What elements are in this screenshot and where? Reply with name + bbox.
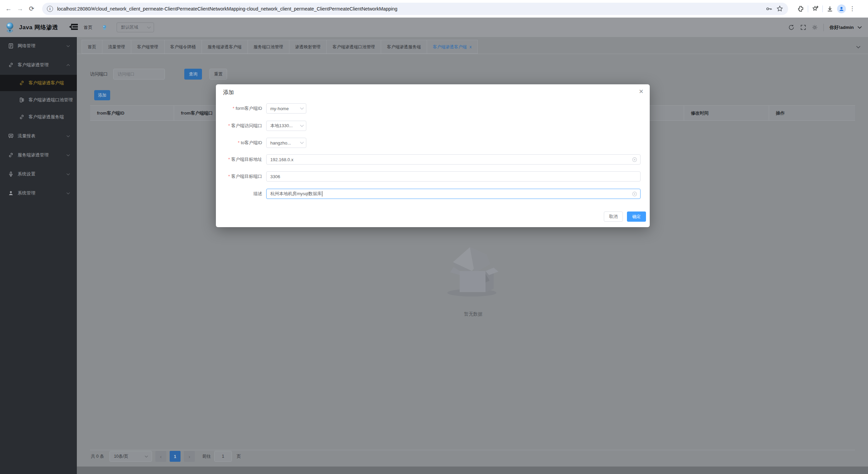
form-row-to-client: to客户端ID hangzho... [216,138,650,148]
chevron-down-icon [300,107,304,110]
target-address-input[interactable]: 192.168.0.x [266,154,641,165]
document-icon [8,43,14,49]
url-text[interactable]: localhost:28080/#/cloud_network_client_p… [57,6,763,12]
link-icon [8,62,14,68]
tabbar-chevron-down-icon[interactable] [856,44,861,50]
link-icon [19,114,24,120]
chevron-up-icon [66,64,70,66]
sidebar-item-server-permeate-mgmt[interactable]: 服务端渗透管理 [0,146,77,164]
add-button[interactable]: 添加 [94,90,110,100]
search-button[interactable]: 查询 [184,69,202,80]
region-select-value: 默认区域 [121,24,147,30]
column-modified-time: 修改时间 [684,105,769,121]
confirm-button[interactable]: 确定 [627,211,646,222]
pagination-total: 共 0 条 [91,454,104,459]
link-icon [8,152,14,158]
clear-input-icon[interactable] [632,157,637,163]
form-row-target-port: 客户端目标端口 3306 [216,171,650,182]
client-access-port-select[interactable]: 本地1330... [266,121,306,131]
sidebar-item-client-permeate-portpool[interactable]: 客户端渗透端口池管理 [0,92,77,108]
site-info-icon[interactable]: i [47,6,53,12]
sidebar-item-system-settings[interactable]: 系统设置 [0,165,77,183]
downloads-icon[interactable] [826,5,834,13]
sidebar-item-client-permeate-server[interactable]: 客户端渗透服务端 [0,109,77,125]
password-key-icon[interactable] [765,5,773,13]
description-input[interactable]: 杭州本地机房mysql数据库 [266,189,641,199]
theme-sun-icon[interactable] [812,24,818,30]
pagination-goto-input[interactable] [214,451,232,462]
field-label: 客户端目标端口 [216,173,266,180]
pagination-next-button[interactable]: › [184,451,195,462]
tab-client-permeate-server[interactable]: 客户端渗透服务端 [381,40,427,54]
tab-client-token-bucket[interactable]: 客户端令牌桶 [165,40,202,54]
browser-forward-icon[interactable]: → [14,3,26,15]
browser-reload-icon[interactable]: ⟳ [26,3,37,15]
address-bar[interactable]: i localhost:28080/#/cloud_network_client… [42,3,788,15]
sidebar-item-network-mgmt[interactable]: 网络管理 [0,37,77,55]
extensions-puzzle-icon[interactable] [797,5,804,13]
add-dialog: 添加 ✕ form客户端ID my-home 客户端访问端口 本地1330...… [216,84,650,227]
sidebar-item-traffic-report[interactable]: 流量报表 [0,127,77,145]
tab-home[interactable]: 首页 [82,40,102,54]
sidebar: 网络管理 客户端渗透管理 客户端渗透客户端 客户端渗透端口池管理 客户端渗透服务… [0,37,77,474]
filter-bar: 访问端口 查询 重置 [90,69,227,80]
chevron-down-icon [300,141,304,144]
browser-menu-kebab-icon[interactable]: ⋮ [849,5,855,12]
tab-traffic-mgmt[interactable]: 流量管理 [102,40,131,54]
sidebar-item-client-permeate-client[interactable]: 客户端渗透客户端 [0,75,77,91]
breadcrumb-home[interactable]: 首页 [84,24,92,31]
fullscreen-icon[interactable] [800,24,806,30]
tab-server-portpool-mgmt[interactable]: 服务端口池管理 [248,40,290,54]
form-row-description: 描述 杭州本地机房mysql数据库 [216,189,650,199]
tab-server-permeate-client[interactable]: 服务端渗透客户端 [202,40,248,54]
sidebar-collapse-icon[interactable] [69,23,78,32]
tab-client-permeate-portpool-mgmt[interactable]: 客户端渗透端口池管理 [327,40,381,54]
sidebar-item-client-permeate-mgmt[interactable]: 客户端渗透管理 [0,56,77,73]
from-client-select[interactable]: my-home [266,103,306,114]
region-select[interactable]: 默认区域 [117,22,154,32]
cancel-button[interactable]: 取消 [604,211,623,222]
pagination-page-suffix: 页 [237,454,241,459]
sidebar-item-system-mgmt[interactable]: 系统管理 [0,184,77,202]
tab-bar: 首页 流量管理 客户端管理 客户端令牌桶 服务端渗透客户端 服务端口池管理 渗透… [77,40,868,54]
to-client-select[interactable]: hangzho... [266,138,306,148]
chevron-down-icon [66,45,70,47]
tab-permeate-mapping-mgmt[interactable]: 渗透映射管理 [289,40,327,54]
column-operation: 操作 [769,105,855,121]
dialog-close-icon[interactable]: ✕ [639,89,644,95]
table-bottom-border [90,450,855,450]
extension-star-badge-icon[interactable] [812,5,819,13]
bookmark-star-icon[interactable] [776,5,783,12]
tab-client-mgmt[interactable]: 客户端管理 [131,40,165,54]
pagination-prev-button[interactable]: ‹ [155,451,166,462]
screenshot-root: ← → ⟳ i localhost:28080/#/cloud_network_… [0,0,868,474]
tab-client-permeate-client-active[interactable]: 客户端渗透客户端x [427,40,478,54]
user-greeting[interactable]: 你好!admin [830,24,854,31]
app-header: Java 网络渗透 首页 默认区域 你好!admin [0,18,868,37]
empty-state-illustration [445,241,500,299]
chevron-down-icon [66,135,70,137]
user-menu-chevron-icon[interactable] [857,26,862,29]
page-size-select[interactable]: 10条/页 [109,451,152,462]
tab-close-icon[interactable]: x [470,45,472,49]
field-label: 客户端目标地址 [216,156,266,163]
access-port-input[interactable] [113,69,165,80]
chevron-down-icon [66,154,70,156]
dialog-title: 添加 [223,89,234,96]
browser-toolbar: ← → ⟳ i localhost:28080/#/cloud_network_… [0,0,868,18]
pagination-bar: 共 0 条 10条/页 ‹ 1 › 前往 页 [91,451,241,462]
microphone-icon [8,171,14,177]
pagination-page-1[interactable]: 1 [170,451,181,462]
browser-back-icon[interactable]: ← [3,3,14,15]
field-label: form客户端ID [216,105,266,112]
port-pool-icon [19,97,24,103]
app-title: Java 网络渗透 [19,23,58,31]
reset-button[interactable]: 重置 [209,69,227,80]
form-row-target-addr: 客户端目标地址 192.168.0.x [216,154,650,165]
toolbar-divider [808,5,808,12]
browser-profile-avatar[interactable] [837,4,846,13]
refresh-icon[interactable] [788,24,795,31]
chevron-down-icon [66,192,70,194]
clear-input-icon[interactable] [632,191,637,198]
target-port-input[interactable]: 3306 [266,171,641,182]
